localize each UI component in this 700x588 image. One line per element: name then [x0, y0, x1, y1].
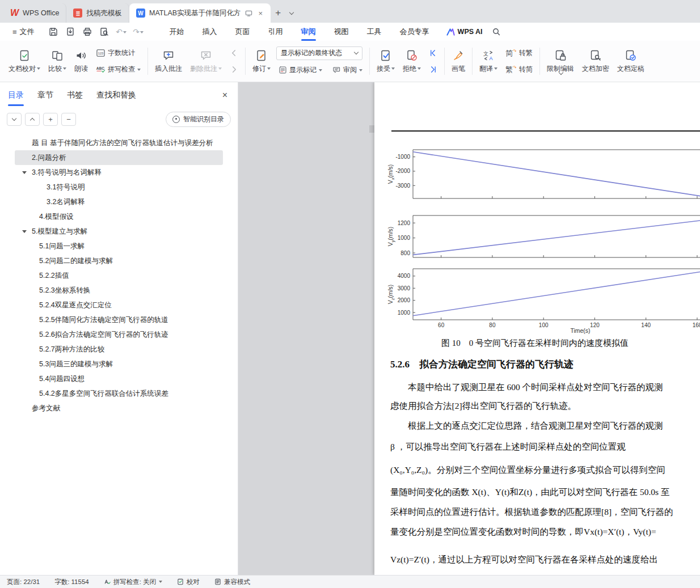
page-indicator[interactable]: 页面: 22/31	[7, 578, 40, 586]
undo-dropdown-icon[interactable]	[123, 31, 126, 35]
tab-list-dropdown-icon[interactable]	[285, 3, 298, 23]
word-count-button[interactable]: 123 字数统计	[94, 47, 143, 60]
next-change-button[interactable]	[427, 64, 440, 76]
show-markup-button[interactable]: 显示标记	[276, 64, 324, 77]
svg-text:3000: 3000	[398, 285, 411, 291]
toc-item[interactable]: 参考文献	[15, 401, 223, 416]
toc-expand-down-button[interactable]	[7, 113, 22, 126]
wps-ai-button[interactable]: WPS AI	[446, 28, 483, 36]
tab-current-doc[interactable]: W MATLAB实现基于伴随同化方 ×	[129, 3, 271, 23]
finalize-document-button[interactable]: 文档定稿	[613, 46, 648, 77]
toc-zoom-in-button[interactable]: +	[43, 113, 58, 126]
toc-zoom-out-button[interactable]: −	[61, 113, 76, 126]
redo-icon[interactable]: ↷	[131, 25, 146, 39]
toc-item[interactable]: 5.2.6拟合方法确定空间飞行器的飞行轨迹	[15, 327, 223, 342]
sidebar-tab-bookmarks[interactable]: 书签	[67, 82, 83, 108]
tab-close-icon[interactable]: ×	[258, 9, 264, 18]
previous-change-button[interactable]	[427, 47, 440, 60]
wps-ai-label: WPS AI	[458, 28, 483, 36]
search-icon[interactable]	[492, 27, 501, 36]
menu-page[interactable]: 页面	[226, 23, 259, 41]
collapse-triangle-icon[interactable]	[22, 230, 27, 235]
print-preview-icon[interactable]	[97, 25, 112, 39]
tab-wps-home[interactable]: W WPS Office	[3, 3, 66, 23]
proofread-button[interactable]: 文档校对	[5, 46, 44, 77]
menu-home[interactable]: 开始	[161, 23, 193, 41]
toc-item[interactable]: 3.符号说明与名词解释	[15, 165, 223, 180]
document-text-line: 根据上文的逐点交汇定位思路，结合观测卫星对空间飞行器的观测	[390, 416, 700, 435]
toc-item[interactable]: 5.2.4双星逐点交汇定位	[15, 298, 223, 312]
document-text-line: 采样时间点的位置进行估计。根据轨道参数的匹配原理[8]，空间飞行器的	[390, 502, 700, 521]
toc-item[interactable]: 5.1问题一求解	[15, 239, 223, 253]
document-text-line: 量随时间变化的函数 X(t)、Y(t)和Z(t)，由此可以对空间飞行器在 50.…	[390, 483, 700, 501]
markup-state-select[interactable]: 显示标记的最终状态	[276, 46, 362, 60]
reject-change-button[interactable]: 拒绝	[399, 46, 425, 77]
previous-comment-button[interactable]	[227, 47, 241, 60]
word-count-indicator[interactable]: 字数: 11554	[54, 578, 89, 586]
menu-tools[interactable]: 工具	[358, 23, 391, 41]
save-icon[interactable]	[46, 25, 61, 39]
smart-toc-icon	[172, 116, 180, 123]
toc-item[interactable]: 题 目 基于伴随同化方法的空间飞行器轨道估计与误差分析	[15, 136, 223, 150]
review-pane-button[interactable]: 审阅	[330, 64, 365, 77]
toc-item[interactable]: 4.模型假设	[15, 209, 223, 224]
menu-reference[interactable]: 引用	[259, 23, 292, 41]
undo-icon[interactable]: ↶	[114, 25, 129, 39]
encrypt-document-button[interactable]: 文档加密	[578, 46, 613, 77]
toc-item[interactable]: 5.2问题二的建模与求解	[15, 253, 223, 268]
smart-toc-button[interactable]: 智能识别目录	[166, 112, 231, 127]
menu-membership[interactable]: 会员专享	[391, 23, 438, 41]
sidebar-tab-chapters[interactable]: 章节	[37, 82, 53, 108]
sidebar-tab-contents[interactable]: 目录	[8, 82, 24, 108]
spellcheck-status[interactable]: 拼写检查: 关闭	[104, 578, 162, 586]
tab-template-doc[interactable]: ≣ 找稿壳模板	[66, 3, 129, 23]
collapse-triangle-icon[interactable]	[22, 171, 27, 176]
menu-insert[interactable]: 插入	[193, 23, 226, 41]
toc-panel[interactable]: 题 目 基于伴随同化方法的空间飞行器轨道估计与误差分析2.问题分析3.符号说明与…	[0, 130, 238, 416]
document-text-line: Vz(t)=Z′(t)，通过以上方程可以对空间飞行器在各采样点处的速度给出	[390, 550, 700, 569]
spellcheck-icon: ABC	[96, 65, 106, 74]
sidebar-tab-find-replace[interactable]: 查找和替换	[96, 82, 136, 108]
document-page[interactable]: -3000-2000-1000Vx(m/s) 80010001200Vy(m/s…	[374, 82, 700, 575]
new-tab-button[interactable]: +	[271, 3, 285, 23]
insert-comment-button[interactable]: 插入批注	[151, 46, 186, 77]
finalize-icon	[625, 49, 637, 62]
redo-dropdown-icon[interactable]	[140, 31, 144, 35]
dropdown-caret	[137, 69, 141, 73]
toc-item[interactable]: 3.2名词解释	[15, 194, 223, 209]
svg-text:1000: 1000	[398, 235, 411, 241]
menu-review[interactable]: 审阅	[292, 23, 325, 41]
sidebar-close-icon[interactable]: ×	[220, 89, 230, 101]
to-simplified-button[interactable]: 繁↷ 转简	[503, 64, 535, 76]
toc-item[interactable]: 5.4问题四设想	[15, 371, 223, 386]
file-menu-button[interactable]: ≡ 文件	[7, 27, 40, 37]
export-pdf-icon[interactable]	[63, 25, 78, 39]
toc-collapse-up-button[interactable]	[25, 113, 40, 126]
delete-comment-button[interactable]: 删除批注	[186, 46, 226, 77]
compare-button[interactable]: 比较	[44, 46, 70, 77]
toc-item[interactable]: 5.4.2多星多空间飞行器联合估计系统误差	[15, 386, 223, 401]
toc-item[interactable]: 5.模型建立与求解	[15, 224, 223, 239]
toc-item[interactable]: 5.2.2插值	[15, 268, 223, 283]
track-changes-button[interactable]: 修订	[248, 46, 275, 77]
to-traditional-button[interactable]: 简↷ 转繁	[503, 47, 535, 60]
read-aloud-button[interactable]: 朗读	[70, 46, 92, 77]
compatibility-mode-indicator[interactable]: 兼容模式	[214, 578, 250, 586]
toc-item[interactable]: 5.3问题三的建模与求解	[15, 357, 223, 371]
proofread-status[interactable]: 校对	[177, 578, 200, 586]
document-area[interactable]: -3000-2000-1000Vx(m/s) 80010001200Vy(m/s…	[238, 82, 700, 575]
svg-text:Vy(m/s): Vy(m/s)	[387, 227, 395, 247]
print-icon[interactable]	[80, 25, 95, 39]
accept-change-button[interactable]: 接受	[373, 46, 399, 77]
toc-item[interactable]: 2.问题分析	[15, 150, 223, 165]
spell-check-button[interactable]: ABC 拼写检查	[94, 64, 143, 76]
next-comment-button[interactable]	[227, 64, 241, 76]
translate-button[interactable]: 文A 翻译	[475, 46, 501, 77]
menu-view[interactable]: 视图	[325, 23, 358, 41]
toc-item[interactable]: 5.2.5伴随同化方法确定空间飞行器的轨道	[15, 312, 223, 327]
toc-item[interactable]: 3.1符号说明	[15, 180, 223, 194]
toc-item[interactable]: 5.2.3坐标系转换	[15, 283, 223, 298]
toc-item-label: 参考文献	[32, 404, 60, 412]
ink-brush-button[interactable]: 画笔	[448, 46, 469, 77]
toc-item[interactable]: 5.2.7两种方法的比较	[15, 342, 223, 357]
